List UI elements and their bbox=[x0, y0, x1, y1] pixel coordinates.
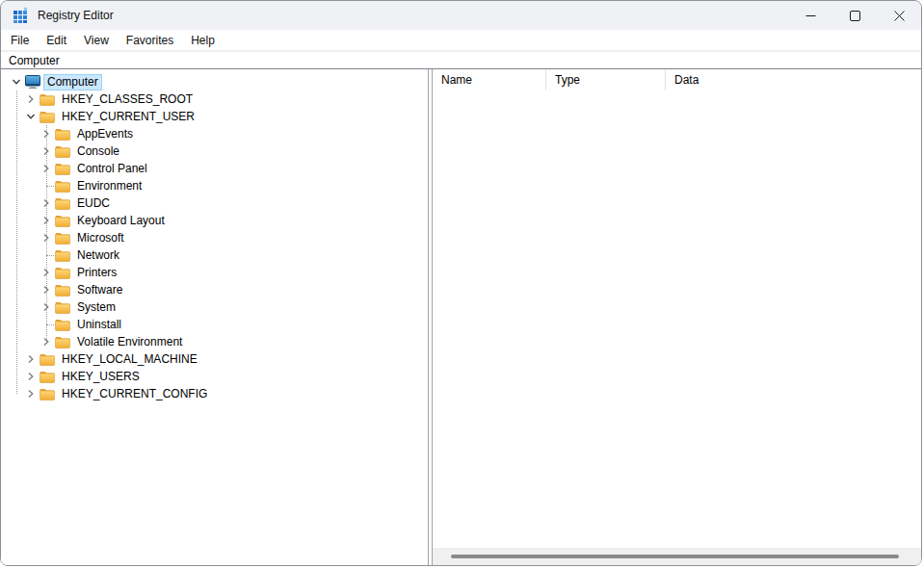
tree-item-label[interactable]: AppEvents bbox=[74, 127, 136, 142]
tree-item-label[interactable]: Printers bbox=[74, 266, 119, 280]
menu-help[interactable]: Help bbox=[182, 30, 224, 50]
folder-icon bbox=[55, 162, 70, 175]
chevron-down-icon[interactable] bbox=[23, 109, 39, 124]
values-pane: NameTypeData bbox=[432, 69, 921, 565]
chevron-right-icon[interactable] bbox=[39, 195, 54, 211]
tree-item-hkey-classes-root[interactable]: HKEY_CLASSES_ROOT bbox=[1, 90, 428, 108]
tree-item-label[interactable]: Microsoft bbox=[74, 231, 127, 245]
tree-item-console[interactable]: Console bbox=[1, 142, 428, 160]
chevron-right-icon[interactable] bbox=[39, 143, 54, 159]
folder-icon bbox=[40, 387, 55, 400]
close-button[interactable] bbox=[877, 1, 921, 30]
chevron-right-icon[interactable] bbox=[39, 230, 54, 245]
minimize-icon bbox=[805, 11, 816, 21]
folder-icon bbox=[55, 300, 70, 314]
menu-view[interactable]: View bbox=[75, 30, 118, 50]
close-icon bbox=[894, 11, 905, 21]
tree-item-software[interactable]: Software bbox=[1, 281, 428, 298]
registry-editor-icon bbox=[12, 7, 29, 24]
folder-icon bbox=[40, 92, 55, 106]
tree-item-microsoft[interactable]: Microsoft bbox=[1, 229, 428, 246]
folder-icon bbox=[55, 127, 70, 141]
chevron-right-icon[interactable] bbox=[39, 161, 54, 176]
folder-icon bbox=[55, 318, 70, 331]
tree-item-label[interactable]: HKEY_CLASSES_ROOT bbox=[59, 92, 196, 107]
tree-item-environment[interactable]: Environment bbox=[1, 177, 428, 194]
address-input[interactable] bbox=[1, 53, 921, 67]
tree-item-hkey-local-machine[interactable]: HKEY_LOCAL_MACHINE bbox=[1, 350, 428, 368]
tree-item-printers[interactable]: Printers bbox=[1, 264, 428, 281]
folder-icon bbox=[55, 283, 70, 297]
tree-item-eudc[interactable]: EUDC bbox=[1, 194, 428, 212]
menu-edit[interactable]: Edit bbox=[38, 30, 75, 50]
menu-favorites[interactable]: Favorites bbox=[118, 30, 182, 50]
chevron-right-icon[interactable] bbox=[39, 265, 54, 280]
horizontal-scrollbar[interactable] bbox=[433, 548, 921, 565]
tree-item-label[interactable]: Uninstall bbox=[74, 318, 124, 332]
tree-item-system[interactable]: System bbox=[1, 298, 428, 316]
tree-item-hkey-current-user[interactable]: HKEY_CURRENT_USER bbox=[1, 108, 428, 125]
folder-icon bbox=[55, 214, 70, 227]
tree-leaf-connector bbox=[39, 178, 54, 194]
tree-item-label[interactable]: Keyboard Layout bbox=[74, 214, 168, 228]
address-bar bbox=[1, 52, 921, 68]
chevron-right-icon[interactable] bbox=[23, 386, 39, 401]
maximize-button[interactable] bbox=[832, 1, 877, 30]
folder-icon bbox=[40, 110, 55, 123]
chevron-right-icon[interactable] bbox=[39, 334, 54, 349]
chevron-right-icon[interactable] bbox=[39, 126, 54, 142]
tree-item-control-panel[interactable]: Control Panel bbox=[1, 160, 428, 177]
minimize-button[interactable] bbox=[788, 1, 832, 30]
tree-item-hkey-current-config[interactable]: HKEY_CURRENT_CONFIG bbox=[1, 385, 428, 402]
tree-item-volatile-environment[interactable]: Volatile Environment bbox=[1, 333, 428, 350]
tree-item-label[interactable]: Control Panel bbox=[74, 162, 150, 176]
tree-item-label[interactable]: HKEY_USERS bbox=[59, 370, 143, 384]
chevron-down-icon[interactable] bbox=[9, 74, 24, 90]
column-header-data[interactable]: Data bbox=[666, 69, 921, 90]
tree-item-label[interactable]: EUDC bbox=[74, 196, 113, 211]
menu-file[interactable]: File bbox=[2, 30, 38, 50]
tree-item-hkey-users[interactable]: HKEY_USERS bbox=[1, 368, 428, 385]
chevron-right-icon[interactable] bbox=[39, 282, 54, 297]
chevron-right-icon[interactable] bbox=[23, 91, 39, 107]
tree-item-label[interactable]: Console bbox=[74, 144, 122, 159]
chevron-right-icon[interactable] bbox=[39, 299, 54, 315]
list-body[interactable] bbox=[433, 90, 921, 548]
tree-item-label[interactable]: Environment bbox=[74, 179, 145, 194]
tree-item-keyboard-layout[interactable]: Keyboard Layout bbox=[1, 212, 428, 229]
folder-icon bbox=[55, 196, 70, 210]
maximize-icon bbox=[850, 11, 860, 21]
tree-item-computer[interactable]: Computer bbox=[1, 73, 428, 90]
tree-item-label[interactable]: HKEY_LOCAL_MACHINE bbox=[59, 352, 200, 367]
folder-icon bbox=[55, 248, 70, 262]
column-header-type[interactable]: Type bbox=[546, 69, 666, 90]
chevron-right-icon[interactable] bbox=[23, 369, 39, 384]
registry-editor-window: Registry Editor FileEditViewFavoritesHel… bbox=[0, 0, 922, 566]
window-title: Registry Editor bbox=[38, 9, 114, 22]
tree-pane: ComputerHKEY_CLASSES_ROOTHKEY_CURRENT_US… bbox=[1, 69, 429, 565]
list-header: NameTypeData bbox=[433, 69, 921, 90]
folder-icon bbox=[40, 370, 55, 383]
folder-icon bbox=[55, 335, 70, 349]
chevron-right-icon[interactable] bbox=[39, 213, 54, 228]
tree-item-label[interactable]: Software bbox=[74, 283, 125, 297]
tree-item-label[interactable]: HKEY_CURRENT_USER bbox=[59, 110, 198, 124]
tree-item-uninstall[interactable]: Uninstall bbox=[1, 316, 428, 333]
title-bar: Registry Editor bbox=[1, 1, 921, 30]
main-area: ComputerHKEY_CLASSES_ROOTHKEY_CURRENT_US… bbox=[1, 68, 921, 565]
folder-icon bbox=[55, 179, 70, 193]
computer-icon bbox=[25, 75, 40, 89]
tree-leaf-connector bbox=[39, 247, 54, 263]
tree-item-appevents[interactable]: AppEvents bbox=[1, 125, 428, 142]
horizontal-scrollbar-thumb[interactable] bbox=[451, 555, 899, 558]
tree-leaf-connector bbox=[39, 317, 54, 332]
tree-item-label[interactable]: HKEY_CURRENT_CONFIG bbox=[59, 387, 210, 401]
tree-item-label[interactable]: Volatile Environment bbox=[74, 335, 185, 349]
folder-icon bbox=[40, 352, 55, 366]
tree-item-network[interactable]: Network bbox=[1, 246, 428, 264]
chevron-right-icon[interactable] bbox=[23, 351, 39, 367]
tree-item-label[interactable]: Network bbox=[74, 248, 122, 263]
tree-item-label[interactable]: Computer bbox=[44, 75, 101, 90]
column-header-name[interactable]: Name bbox=[433, 69, 546, 90]
tree-item-label[interactable]: System bbox=[74, 300, 119, 315]
